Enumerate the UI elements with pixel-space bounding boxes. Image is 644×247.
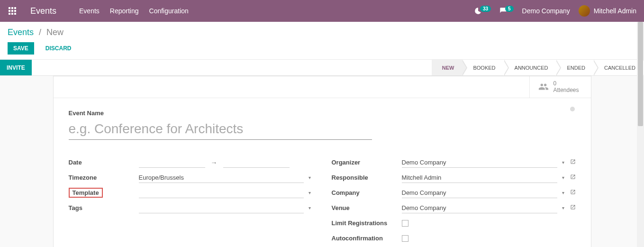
responsible-label: Responsible <box>332 174 402 181</box>
venue-input[interactable] <box>402 203 557 213</box>
menu-events[interactable]: Events <box>79 7 100 15</box>
external-link-icon[interactable] <box>570 189 576 196</box>
activity-icon[interactable]: 33 <box>474 7 491 15</box>
scrollbar[interactable] <box>637 22 644 247</box>
attendees-count: 0 <box>553 80 557 87</box>
organizer-input[interactable] <box>402 157 557 168</box>
tags-label: Tags <box>69 204 139 211</box>
svg-rect-5 <box>14 10 16 12</box>
template-highlight: Template <box>69 188 103 198</box>
status-bar: INVITE NEW BOOKED ANNOUNCED ENDED CANCEL… <box>0 60 644 76</box>
messages-icon[interactable]: 5 <box>499 7 514 15</box>
svg-rect-0 <box>9 7 10 9</box>
template-label: Template <box>69 188 139 198</box>
avatar <box>579 5 590 17</box>
company-input[interactable] <box>402 188 557 198</box>
date-end-input[interactable] <box>223 157 290 168</box>
company-switcher[interactable]: Demo Company <box>522 7 570 15</box>
venue-label: Venue <box>332 204 402 211</box>
arrow-right-icon: → <box>211 159 218 166</box>
form-left-column: Date → Timezone ▾ <box>69 156 313 247</box>
chevron-down-icon[interactable]: ▾ <box>307 205 313 210</box>
discard-button[interactable]: DISCARD <box>40 42 77 55</box>
chevron-down-icon[interactable]: ▾ <box>560 160 566 165</box>
status-step-announced[interactable]: ANNOUNCED <box>504 60 557 75</box>
menu-configuration[interactable]: Configuration <box>149 7 189 15</box>
attendees-label: Attendees <box>553 87 579 93</box>
breadcrumb: Events / New <box>8 27 636 37</box>
svg-rect-6 <box>9 13 10 15</box>
organizer-label: Organizer <box>332 159 402 166</box>
users-icon <box>538 82 549 92</box>
status-step-ended[interactable]: ENDED <box>556 60 594 75</box>
timezone-label: Timezone <box>69 174 139 181</box>
invite-button[interactable]: INVITE <box>0 60 32 75</box>
company-label: Company <box>332 189 402 196</box>
top-nav: Events Events Reporting Configuration 33… <box>0 0 644 22</box>
responsible-input[interactable] <box>402 173 557 183</box>
apps-icon[interactable] <box>8 6 17 16</box>
user-name: Mitchell Admin <box>594 7 636 15</box>
breadcrumb-current: New <box>46 27 63 37</box>
svg-rect-8 <box>14 13 16 15</box>
attendees-button[interactable]: 0 Attendees <box>529 76 591 98</box>
button-box: 0 Attendees <box>54 76 591 98</box>
external-link-icon[interactable] <box>570 159 576 166</box>
scrollbar-thumb[interactable] <box>638 22 643 126</box>
tags-input[interactable] <box>139 203 304 213</box>
user-menu[interactable]: Mitchell Admin <box>579 5 636 17</box>
messages-badge: 5 <box>505 6 514 12</box>
date-start-input[interactable] <box>139 157 205 168</box>
menu-reporting[interactable]: Reporting <box>110 7 139 15</box>
svg-rect-7 <box>11 13 13 15</box>
breadcrumb-root[interactable]: Events <box>8 27 34 37</box>
svg-rect-2 <box>14 7 16 9</box>
sheet-background: 0 Attendees Event Name Date → <box>0 76 644 247</box>
event-name-label: Event Name <box>69 110 576 117</box>
svg-rect-1 <box>11 7 13 9</box>
main-menu: Events Reporting Configuration <box>79 7 189 15</box>
date-label: Date <box>69 159 139 166</box>
svg-rect-4 <box>11 10 13 12</box>
status-step-booked[interactable]: BOOKED <box>463 60 504 75</box>
template-input[interactable] <box>139 188 304 198</box>
autoconfirmation-checkbox[interactable] <box>402 235 408 242</box>
event-name-input[interactable] <box>69 119 372 140</box>
limit-registrations-checkbox[interactable] <box>402 220 408 227</box>
external-link-icon[interactable] <box>570 174 576 181</box>
limit-registrations-label: Limit Registrations <box>332 220 402 227</box>
chevron-down-icon[interactable]: ▾ <box>307 190 313 195</box>
external-link-icon[interactable] <box>570 204 576 211</box>
activity-badge: 33 <box>480 6 491 12</box>
control-panel: Events / New SAVE DISCARD <box>0 22 644 60</box>
status-step-new[interactable]: NEW <box>432 60 463 75</box>
form-right-column: Organizer ▾ Responsible ▾ <box>332 156 576 247</box>
app-brand[interactable]: Events <box>30 6 56 16</box>
save-button[interactable]: SAVE <box>8 42 34 55</box>
autoconfirmation-label: Autoconfirmation <box>332 235 402 242</box>
kanban-state-dot[interactable] <box>570 107 575 111</box>
chevron-down-icon[interactable]: ▾ <box>560 205 566 210</box>
chevron-down-icon[interactable]: ▾ <box>560 190 566 195</box>
status-steps: NEW BOOKED ANNOUNCED ENDED CANCELLED <box>432 60 644 75</box>
form-sheet: 0 Attendees Event Name Date → <box>53 76 591 247</box>
svg-rect-3 <box>9 10 10 12</box>
chevron-down-icon[interactable]: ▾ <box>560 175 566 180</box>
timezone-input[interactable] <box>139 173 304 183</box>
breadcrumb-sep: / <box>39 27 41 37</box>
chevron-down-icon[interactable]: ▾ <box>307 175 313 180</box>
